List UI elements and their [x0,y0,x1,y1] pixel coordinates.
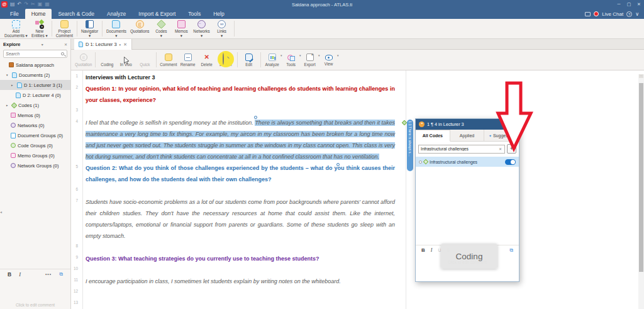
tab-close-icon[interactable]: ✕ [123,42,127,47]
scrollbar-thumb[interactable] [639,83,643,272]
vertical-scrollbar[interactable]: ⋯ [638,74,644,309]
expander-icon[interactable]: ▸ [11,83,15,87]
tree-item-codes[interactable]: ▸ Codes (1) [0,100,70,110]
line-number: 11 [71,276,80,287]
document-groups-icon [11,133,16,138]
tools-button[interactable]: ▾ Tools [282,50,301,70]
coding-icon [103,53,111,61]
answer-3[interactable]: I encourage participation in class, I so… [86,276,395,287]
menu-analyze[interactable]: Analyze [101,9,132,19]
document-toolbar: (( Quotation Coding In Vivo Quick Commen… [71,50,644,70]
cut-icon[interactable]: ✂ [31,1,35,8]
analyze-button[interactable]: ▾ Analyze [263,50,282,70]
rename-button[interactable]: Rename [179,50,197,70]
quotation-button[interactable]: (( Quotation [74,50,93,70]
feedback-icon[interactable] [585,12,591,16]
documents-button[interactable]: Documents ▾ [104,19,128,38]
expander-icon[interactable]: ▾ [6,73,10,77]
code-applied-toggle[interactable] [505,159,516,165]
menu-home[interactable]: Home [25,9,52,19]
networks-button[interactable]: Networks ▾ [191,19,211,38]
undo-icon[interactable]: ↶ [18,1,22,8]
expand-comment-icon[interactable]: ⧉ [509,247,513,254]
sidebar-collapse-icon[interactable]: ◂ [0,210,2,214]
italic-button[interactable]: I [19,271,21,278]
tree-item-network-groups[interactable]: Network Groups (0) [0,160,70,171]
tree-item-d2-lecturer4[interactable]: D 2: Lecturer 4 (0) [0,90,70,100]
menu-search-and-code[interactable]: Search & Code [52,9,101,19]
answer-2[interactable]: Students have socio-economic problems as… [86,196,395,242]
expander-icon[interactable]: ▸ [6,103,10,107]
redo-icon[interactable]: ↷ [24,1,28,8]
more-options-icon[interactable]: ••• [45,272,52,276]
menu-file[interactable]: File [4,9,25,19]
save-icon[interactable]: ▤ [10,1,15,8]
comment-button[interactable]: Comment [158,50,178,70]
menu-tools[interactable]: Tools [182,9,207,19]
quick-button[interactable]: Quick [135,50,154,70]
export-button[interactable]: ▾ Export [301,50,319,70]
scrollbar-grip-icon[interactable]: ⋯ [639,74,643,78]
navigator-button[interactable]: Navigator ▾ [79,19,100,38]
code-name-input[interactable] [421,147,498,151]
tree-item-project[interactable]: Saldana approach [0,60,70,70]
selection-start-handle[interactable] [254,116,257,119]
chevron-down-icon[interactable]: ∨ [635,11,639,17]
tab-all-codes[interactable]: All Codes [416,130,450,142]
codes-button[interactable]: Codes ▾ [151,19,171,38]
code-list-item[interactable]: Infrastructural challenges [416,157,519,167]
memos-button[interactable]: Memos ▾ [171,19,191,38]
project-comment-button[interactable]: Project Comment [54,19,75,38]
add-documents-button[interactable]: Add Documents ▾ [3,19,30,38]
tree-item-memo-groups[interactable]: Memo Groups (0) [0,150,70,160]
comment-placeholder[interactable]: Click to edit comment [0,303,70,307]
tree-item-code-groups[interactable]: Code Groups (0) [0,140,70,150]
explore-search-input[interactable] [4,52,61,56]
doc-title[interactable]: Interviews with Lecturer 3 [86,72,395,83]
tree-item-d1-lecturer3[interactable]: ▸ D 1: Lecturer 3 (1) [0,80,70,90]
search-button[interactable]: Search [216,50,235,70]
quotations-button[interactable]: (( Quotations [128,19,151,38]
question-2[interactable]: Question 2: What do you think of those c… [86,162,395,185]
line-number: 6 [71,185,80,196]
tree-item-networks[interactable]: Networks (0) [0,120,70,130]
question-3[interactable]: Question 3: What teaching strategies do … [86,253,395,264]
italic-button[interactable]: I [431,247,433,253]
tab-caret-icon[interactable]: ▾ [119,43,121,47]
bold-button[interactable]: B [8,271,11,278]
memos-icon [177,20,186,28]
new-entities-button[interactable]: + New Entities ▾ [30,19,50,38]
tab-d1-lecturer3[interactable]: D 1: Lecturer 3 ▾ ✕ [74,39,132,50]
question-1[interactable]: Question 1: In your opinion, what kind o… [86,83,395,106]
code-name-field[interactable]: ✕ [418,145,505,154]
tree-item-documents[interactable]: ▾ Documents (2) [0,70,70,80]
coding-button[interactable]: Coding [97,50,116,70]
tree-item-document-groups[interactable]: Document Groups (0) [0,130,70,140]
quotation-bar[interactable]: 1:1 There is always s… [407,120,413,171]
delete-button[interactable]: ✕ Delete [197,50,216,70]
menu-import-export[interactable]: Import & Export [132,9,182,19]
copy-icon[interactable]: ▣ [38,1,43,8]
minimize-button[interactable]: ─ [614,0,624,9]
answer-1[interactable]: I feel that the college is selfish in sp… [86,117,395,162]
view-button[interactable]: ▾ View [319,50,338,70]
links-button[interactable]: ∞ Links ▾ [212,19,232,38]
expand-comment-icon[interactable]: ⧉ [59,271,63,278]
tab-applied[interactable]: Applied [450,130,485,141]
explore-close-icon[interactable]: ✕ [64,42,67,47]
explore-search-box[interactable] [3,50,67,58]
close-button[interactable]: ✕ [634,0,644,9]
menu-help[interactable]: Help [207,9,230,19]
analyze-icon [269,53,276,61]
paste-icon[interactable]: ▦ [45,1,50,8]
edit-button[interactable]: Edit [240,50,258,70]
line-number: 2 [71,83,80,106]
live-chat-label[interactable]: Live Chat [602,11,623,17]
help-icon[interactable]: ? [626,11,632,17]
tree-item-memos[interactable]: Memos (0) [0,110,70,120]
panel-dock-icon[interactable]: ▾ [42,42,43,47]
selection-end-handle[interactable] [336,163,340,166]
bold-button[interactable]: B [421,247,425,253]
maximize-button[interactable]: ▢ [624,0,634,9]
quotations-icon: (( [136,20,144,28]
